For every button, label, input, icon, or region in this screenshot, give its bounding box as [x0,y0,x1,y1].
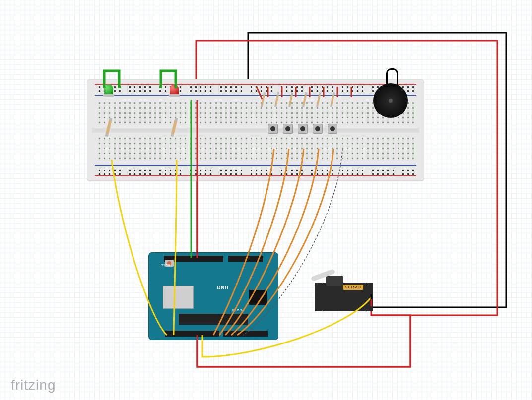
servo-mount-right [366,283,373,311]
arduino-label-model: UNO [216,285,228,290]
piezo-buzzer [373,83,408,118]
servo-gear-housing [326,276,343,286]
arduino-uno: POWER RESET UNO [149,253,278,340]
led-green [104,84,113,95]
wires-layer-back [0,0,532,400]
fritzing-watermark: fritzing [11,377,56,393]
bb-top-ground-rail [95,95,416,96]
arduino-chip [179,314,248,325]
bb-center-divider [92,128,419,133]
bb-bottom-power-rail [95,175,416,176]
servo-motor: SERVO [322,283,366,311]
arduino-power-jack [249,290,267,305]
diagram-canvas: POWER RESET UNO SERVO [0,0,532,400]
pushbutton-3[interactable] [298,124,308,134]
wires-layer-front [0,0,532,400]
bb-bottom-ground-rail [95,165,416,166]
arduino-usb-port [163,286,194,309]
arduino-header-digital-a [228,256,263,262]
arduino-label-power: POWER [232,309,244,312]
pushbutton-1[interactable] [268,124,278,134]
led-red [170,84,179,95]
arduino-header-analog [165,331,219,337]
arduino-header-power [223,331,268,337]
pushbutton-4[interactable] [313,124,323,134]
pushbutton-2[interactable] [283,124,293,134]
arduino-label-reset: RESET [159,264,170,267]
bb-top-power-rail [95,84,416,85]
servo-mount-left [315,283,322,311]
servo-label: SERVO [343,285,363,290]
pushbutton-5[interactable] [328,124,337,134]
